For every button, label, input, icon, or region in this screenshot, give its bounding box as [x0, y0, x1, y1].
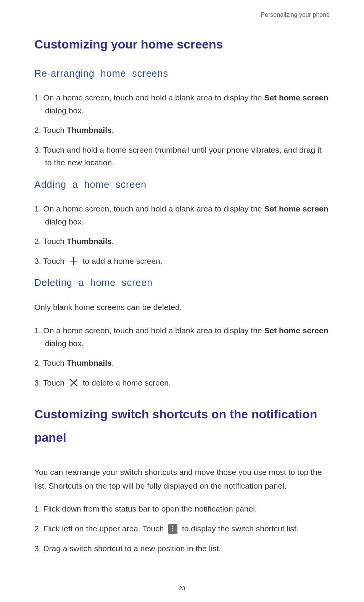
step-text: dialog box.: [45, 217, 84, 226]
subheading-deleting-home-screen: Deleting a home screen: [34, 277, 330, 288]
step-text: dialog box.: [45, 106, 84, 115]
step-text: dialog box.: [45, 339, 84, 348]
step-item: 2. Touch Thumbnails.: [34, 357, 330, 370]
bold-text: Thumbnails: [67, 358, 112, 367]
steps-rearranging: 1. On a home screen, touch and hold a bl…: [34, 91, 330, 169]
step-text: to delete a home screen.: [81, 378, 171, 387]
step-item: 2. Flick left on the upper area. Touch t…: [34, 522, 330, 535]
step-item: 3. Drag a switch shortcut to a new posit…: [34, 542, 330, 555]
intro-text: Only blank home screens can be deleted.: [34, 300, 330, 314]
step-text: 2. Flick left on the upper area. Touch: [34, 524, 166, 533]
step-item: 1. On a home screen, touch and hold a bl…: [34, 202, 330, 228]
step-text: .: [112, 237, 114, 245]
bold-text: Set home screen: [264, 93, 328, 102]
step-text: 2. Touch: [34, 126, 67, 134]
bold-text: Set home screen: [264, 326, 328, 335]
step-item: 3. Touch and hold a home screen thumbnai…: [34, 144, 330, 169]
step-text: 1. On a home screen, touch and hold a bl…: [34, 204, 264, 213]
page: Personalizing your phone Customizing you…: [0, 0, 364, 602]
step-text: 1. Flick down from the status bar to ope…: [34, 504, 257, 513]
step-item: 1. On a home screen, touch and hold a bl…: [34, 324, 330, 350]
subheading-rearranging-home-screens: Re-arranging home screens: [34, 68, 330, 79]
step-text: .: [112, 126, 114, 134]
close-icon: [69, 378, 78, 387]
bold-text: Thumbnails: [67, 237, 112, 245]
heading-customizing-home-screens: Customizing your home screens: [34, 37, 330, 52]
step-text: to display the switch shortcut list.: [180, 524, 299, 533]
step-text: 1. On a home screen, touch and hold a bl…: [34, 326, 264, 335]
steps-deleting: 1. On a home screen, touch and hold a bl…: [34, 324, 330, 389]
page-number: 23: [0, 585, 364, 591]
steps-adding: 1. On a home screen, touch and hold a bl…: [34, 202, 330, 267]
header-chapter-label: Personalizing your phone: [34, 11, 330, 18]
plus-icon: [69, 257, 78, 266]
heading-customizing-switch-shortcuts: Customizing switch shortcuts on the noti…: [34, 403, 330, 449]
step-item: 1. On a home screen, touch and hold a bl…: [34, 91, 330, 117]
steps-switch-shortcuts: 1. Flick down from the status bar to ope…: [34, 502, 330, 555]
step-text: 2. Touch: [34, 237, 67, 245]
step-text: .: [112, 358, 114, 367]
step-text: to add a home screen.: [81, 257, 163, 265]
step-text: 3. Touch: [34, 257, 67, 265]
bold-text: Thumbnails: [67, 126, 112, 134]
step-text: 1. On a home screen, touch and hold a bl…: [34, 93, 264, 102]
bold-text: Set home screen: [264, 204, 328, 213]
step-text: 3. Touch: [34, 378, 67, 387]
step-item: 2. Touch Thumbnails.: [34, 235, 330, 248]
step-item: 3. Touch to delete a home screen.: [34, 376, 330, 389]
list-settings-icon: [168, 524, 177, 534]
paragraph-text: You can rearrange your switch shortcuts …: [34, 465, 330, 492]
step-text: 2. Touch: [34, 358, 67, 367]
step-item: 3. Touch to add a home screen.: [34, 255, 330, 268]
subheading-adding-home-screen: Adding a home screen: [34, 179, 330, 190]
step-text: 3. Touch and hold a home screen thumbnai…: [34, 145, 322, 167]
step-text: 3. Drag a switch shortcut to a new posit…: [34, 544, 221, 553]
step-item: 2. Touch Thumbnails.: [34, 124, 330, 137]
step-item: 1. Flick down from the status bar to ope…: [34, 502, 330, 515]
